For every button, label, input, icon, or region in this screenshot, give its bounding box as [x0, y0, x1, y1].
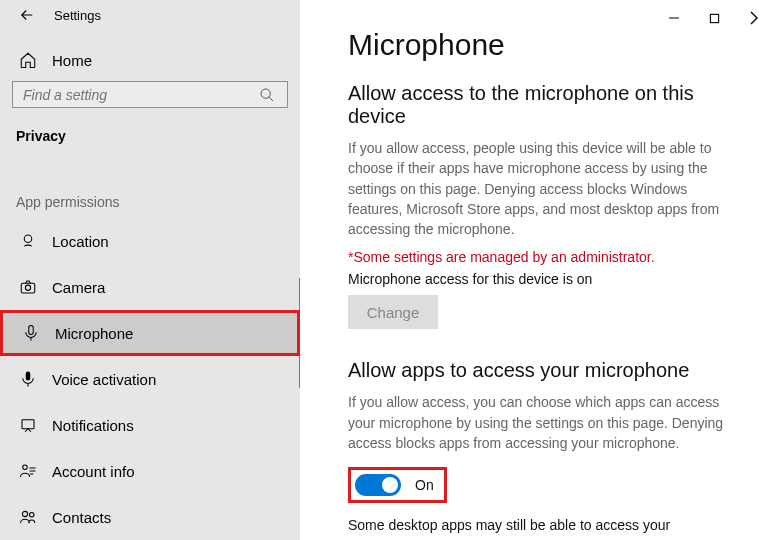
sidebar-item-microphone[interactable]: Microphone — [0, 310, 300, 356]
topbar: Settings — [12, 0, 288, 31]
change-button[interactable]: Change — [348, 295, 438, 329]
allow-apps-toggle-wrap: On — [348, 467, 447, 503]
back-button[interactable] — [18, 6, 36, 24]
allow-apps-toggle[interactable] — [355, 474, 401, 496]
category-title: Privacy — [12, 128, 288, 144]
sidebar-item-label: Camera — [52, 279, 105, 296]
search-input[interactable] — [23, 87, 277, 103]
search-box[interactable] — [12, 81, 288, 108]
section-heading: Allow apps to access your microphone — [348, 359, 728, 382]
svg-rect-5 — [26, 372, 31, 381]
page-title: Microphone — [348, 28, 728, 62]
maximize-button[interactable] — [706, 10, 722, 26]
admin-warning: *Some settings are managed by an adminis… — [348, 249, 728, 265]
svg-point-0 — [261, 89, 270, 98]
section-header: App permissions — [12, 194, 288, 210]
nav-list: Location Camera Microphone Voice activat… — [12, 218, 288, 540]
svg-point-9 — [30, 513, 35, 518]
status-line: Microphone access for this device is on — [348, 271, 728, 287]
sidebar-item-voice-activation[interactable]: Voice activation — [12, 356, 288, 402]
svg-rect-6 — [22, 420, 34, 429]
notifications-icon — [18, 415, 38, 435]
home-label: Home — [52, 52, 92, 69]
section-body: If you allow access, people using this d… — [348, 138, 728, 239]
svg-point-1 — [24, 235, 32, 243]
toggle-state-label: On — [415, 477, 434, 493]
section-body: If you allow access, you can choose whic… — [348, 392, 728, 453]
sidebar-item-home[interactable]: Home — [12, 45, 288, 76]
svg-point-8 — [22, 511, 27, 516]
footer-text: Some desktop apps may still be able to a… — [348, 515, 728, 540]
search-icon — [259, 87, 275, 103]
sidebar-item-camera[interactable]: Camera — [12, 264, 288, 310]
account-icon — [18, 461, 38, 481]
scroll-right-icon[interactable] — [746, 10, 762, 26]
contacts-icon — [18, 507, 38, 527]
svg-rect-4 — [29, 326, 34, 335]
footer-pre: Some desktop apps may still be able to a… — [348, 517, 670, 540]
sidebar-item-label: Location — [52, 233, 109, 250]
content-area: Microphone Allow access to the microphon… — [300, 0, 768, 540]
section-heading: Allow access to the microphone on this d… — [348, 82, 728, 128]
camera-icon — [18, 277, 38, 297]
sidebar-item-notifications[interactable]: Notifications — [12, 402, 288, 448]
sidebar-item-label: Contacts — [52, 509, 111, 526]
sidebar-item-label: Microphone — [55, 325, 133, 342]
sidebar-item-label: Notifications — [52, 417, 134, 434]
sidebar-item-contacts[interactable]: Contacts — [12, 494, 288, 540]
svg-rect-10 — [710, 14, 718, 22]
svg-point-3 — [25, 285, 30, 290]
minimize-button[interactable] — [666, 10, 682, 26]
toggle-knob — [382, 477, 398, 493]
sidebar-item-account-info[interactable]: Account info — [12, 448, 288, 494]
location-icon — [18, 231, 38, 251]
svg-point-7 — [23, 465, 28, 470]
app-title: Settings — [54, 8, 101, 23]
home-icon — [18, 50, 38, 70]
sidebar: Settings Home Privacy App permissions Lo… — [0, 0, 300, 540]
sidebar-item-label: Account info — [52, 463, 135, 480]
sidebar-item-location[interactable]: Location — [12, 218, 288, 264]
window-controls — [666, 10, 762, 26]
microphone-icon — [21, 323, 41, 343]
voice-icon — [18, 369, 38, 389]
sidebar-item-label: Voice activation — [52, 371, 156, 388]
